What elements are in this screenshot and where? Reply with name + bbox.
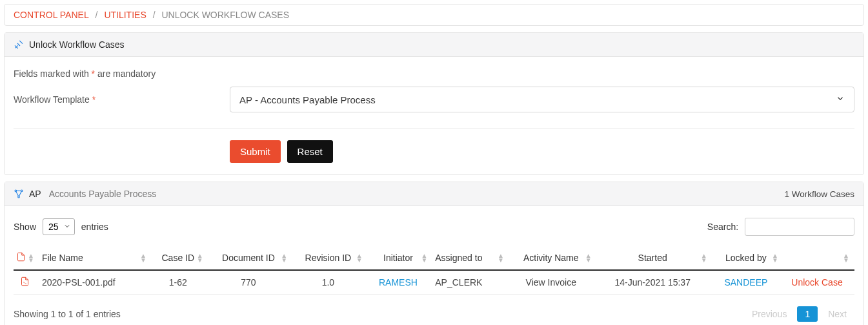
col-locked-by[interactable]: Locked by▲▼: [712, 246, 783, 270]
tools-icon: [14, 39, 24, 50]
results-panel-body: Show 25 entries Search:: [5, 206, 863, 325]
workflow-template-select[interactable]: AP - Accounts Payable Process: [230, 87, 854, 112]
breadcrumb-sep: /: [153, 10, 156, 20]
pager: Previous 1 Next: [744, 306, 854, 322]
sort-icon: ▲▼: [701, 253, 707, 262]
table-info: Showing 1 to 1 of 1 entries: [14, 309, 121, 319]
cell-document-id: 770: [208, 270, 292, 295]
results-count: 1 Workflow Cases: [784, 189, 854, 199]
sort-icon: ▲▼: [356, 253, 363, 262]
workflow-template-label: Workflow Template *: [14, 94, 230, 105]
cell-file-name: 2020-PSL-001.pdf: [39, 270, 152, 295]
results-panel: AP Accounts Payable Process 1 Workflow C…: [4, 182, 864, 325]
col-file-name-label: File Name: [42, 253, 83, 263]
pager-page-1[interactable]: 1: [797, 306, 818, 322]
cell-initiator[interactable]: RAMESH: [368, 270, 433, 295]
workflow-template-row: Workflow Template * AP - Accounts Payabl…: [14, 87, 854, 112]
cases-table: ▲▼ File Name▲▼ Case ID▲▼ Document ID▲▼ R…: [14, 246, 854, 295]
cell-revision-id: 1.0: [292, 270, 368, 295]
col-case-id[interactable]: Case ID▲▼: [152, 246, 208, 270]
col-document-id[interactable]: Document ID▲▼: [208, 246, 292, 270]
breadcrumb-sep: /: [96, 10, 98, 20]
col-action[interactable]: ▲▼: [783, 246, 854, 270]
table-row: 2020-PSL-001.pdf 1-62 770 1.0 RAMESH AP_…: [14, 270, 854, 295]
svg-point-1: [21, 190, 23, 192]
col-activity-name[interactable]: Activity Name▲▼: [509, 246, 597, 270]
col-initiator-label: Initiator: [383, 253, 413, 263]
workflow-template-value: AP - Accounts Payable Process: [239, 94, 376, 105]
results-panel-header: AP Accounts Payable Process 1 Workflow C…: [5, 182, 863, 206]
sort-icon: ▲▼: [772, 253, 778, 262]
table-controls: Show 25 entries Search:: [14, 218, 854, 236]
col-initiator[interactable]: Initiator▲▼: [368, 246, 433, 270]
mandatory-note-prefix: Fields marked with: [14, 68, 92, 79]
col-started-label: Started: [638, 253, 667, 263]
breadcrumb-panel: CONTROL PANEL / UTILITIES / UNLOCK WORKF…: [4, 4, 864, 26]
reset-button[interactable]: Reset: [287, 140, 333, 163]
mandatory-note-suffix: are mandatory: [95, 68, 156, 79]
cell-activity-name: View Invoice: [509, 270, 597, 295]
sort-icon: ▲▼: [140, 253, 146, 262]
cell-file-icon[interactable]: [14, 270, 39, 295]
table-footer: Showing 1 to 1 of 1 entries Previous 1 N…: [14, 306, 854, 322]
mandatory-note: Fields marked with * are mandatory: [14, 68, 854, 79]
form-panel-title: Unlock Workflow Cases: [29, 39, 125, 50]
form-panel: Unlock Workflow Cases Fields marked with…: [4, 32, 864, 175]
col-assigned-to-label: Assigned to: [435, 253, 482, 263]
workflow-icon: [14, 189, 24, 199]
cell-locked-by[interactable]: SANDEEP: [712, 270, 783, 295]
results-panel-name: Accounts Payable Process: [49, 189, 157, 199]
cell-assigned-to: AP_CLERK: [432, 270, 509, 295]
show-label-post: entries: [81, 222, 108, 232]
svg-point-2: [18, 196, 20, 198]
sort-icon: ▲▼: [28, 253, 34, 262]
cell-started: 14-Jun-2021 15:37: [597, 270, 712, 295]
col-file-name[interactable]: File Name▲▼: [39, 246, 152, 270]
entries-select[interactable]: 25: [43, 218, 75, 235]
initiator-link[interactable]: RAMESH: [379, 277, 418, 288]
breadcrumb-control-panel[interactable]: CONTROL PANEL: [14, 10, 89, 20]
col-revision-id-label: Revision ID: [305, 253, 352, 263]
file-icon: [16, 254, 26, 264]
search-label: Search:: [707, 222, 738, 232]
col-revision-id[interactable]: Revision ID▲▼: [292, 246, 368, 270]
show-label-pre: Show: [14, 222, 36, 232]
chevron-down-icon: [836, 94, 845, 105]
unlock-case-link[interactable]: Unlock Case: [791, 277, 842, 288]
breadcrumb-utilities[interactable]: UTILITIES: [104, 10, 146, 20]
breadcrumb-current: UNLOCK WORKFLOW CASES: [161, 10, 289, 20]
col-file-icon[interactable]: ▲▼: [14, 246, 39, 270]
sort-icon: ▲▼: [281, 253, 287, 262]
sort-icon: ▲▼: [421, 253, 427, 262]
cell-action[interactable]: Unlock Case: [783, 270, 854, 295]
col-case-id-label: Case ID: [161, 253, 194, 263]
col-locked-by-label: Locked by: [725, 253, 767, 263]
col-activity-name-label: Activity Name: [523, 253, 579, 263]
sort-icon: ▲▼: [498, 253, 504, 262]
sort-icon: ▲▼: [585, 253, 592, 262]
pager-previous[interactable]: Previous: [744, 306, 794, 322]
pdf-file-icon: [20, 278, 30, 289]
locked-by-link[interactable]: SANDEEP: [724, 277, 767, 288]
workflow-template-label-text: Workflow Template: [14, 94, 92, 105]
submit-button[interactable]: Submit: [230, 140, 281, 163]
svg-point-0: [15, 190, 17, 192]
search-group: Search:: [707, 218, 854, 236]
results-panel-code: AP: [29, 189, 41, 199]
col-started[interactable]: Started▲▼: [597, 246, 712, 270]
form-actions: Submit Reset: [14, 128, 854, 163]
search-input[interactable]: [745, 218, 854, 236]
breadcrumb: CONTROL PANEL / UTILITIES / UNLOCK WORKF…: [5, 5, 863, 25]
form-panel-body: Fields marked with * are mandatory Workf…: [5, 57, 863, 174]
col-document-id-label: Document ID: [222, 253, 275, 263]
cell-case-id: 1-62: [152, 270, 208, 295]
sort-icon: ▲▼: [197, 253, 203, 262]
sort-icon: ▲▼: [843, 253, 849, 262]
pager-next[interactable]: Next: [820, 306, 854, 322]
required-star-icon: *: [92, 94, 96, 105]
entries-group: Show 25 entries: [14, 218, 108, 235]
col-assigned-to[interactable]: Assigned to▲▼: [432, 246, 509, 270]
form-panel-header: Unlock Workflow Cases: [5, 33, 863, 57]
